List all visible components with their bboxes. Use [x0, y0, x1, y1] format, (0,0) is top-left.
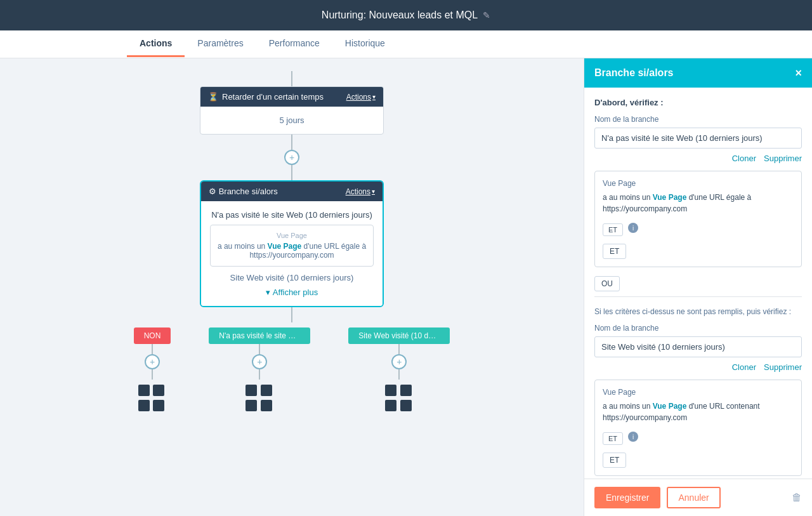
branch2-et-tag[interactable]: ET [603, 432, 623, 445]
branch-title-left: ⚙ Branche si/alors [209, 187, 278, 196]
tab-actions[interactable]: Actions [127, 31, 185, 57]
branch2-et-add-btn[interactable]: ET [603, 453, 626, 468]
branch2-header-label: Si les critères ci-dessus ne sont pas re… [594, 307, 802, 316]
flow-container: ⏳ Retarder d'un certain temps Actions ▾ … [0, 71, 584, 413]
end-dot-9 [385, 385, 396, 396]
sc4 [259, 369, 260, 380]
page-title: Nurturing: Nouveaux leads et MQL [322, 10, 478, 21]
sc1 [152, 344, 153, 354]
branch2-delete-btn[interactable]: Supprimer [764, 362, 802, 372]
delay-icon: ⏳ [208, 92, 218, 102]
save-button[interactable]: Enregistrer [594, 487, 660, 508]
branch1-condition-card: Vue Page a au moins un Vue Page d'une UR… [594, 171, 802, 267]
branch1-clone-btn[interactable]: Cloner [732, 154, 756, 163]
branch2-section: Si les critères ci-dessus ne sont pas re… [594, 296, 802, 479]
branch1-info-icon[interactable]: i [628, 223, 638, 233]
branch-chevron-icon: ▾ [372, 188, 375, 195]
end-dot-10 [400, 385, 412, 396]
end-node-visited [385, 385, 413, 413]
branch2-name-label: Nom de la branche [594, 324, 802, 333]
tab-parametres[interactable]: Paramètres [185, 31, 256, 57]
add-step-not-visited[interactable]: + [252, 354, 267, 369]
panel-header: Branche si/alors × [584, 58, 812, 88]
branch1-ou-btn[interactable]: OU [594, 276, 620, 291]
connector-2 [291, 165, 292, 180]
delay-node-header: ⏳ Retarder d'un certain temps Actions ▾ [200, 87, 383, 107]
branch-tag-visited: Site Web visité (10 der... [348, 327, 450, 344]
trash-icon[interactable]: 🗑 [792, 492, 802, 503]
branch-col-not-visited: N'a pas visité le site We... + [209, 327, 310, 413]
end-dot-1 [138, 385, 150, 396]
branch2-name-input[interactable] [594, 336, 802, 357]
end-dot-8 [261, 400, 272, 411]
branch2-info-icon[interactable]: i [628, 432, 638, 442]
branch2-vue-page-link[interactable]: Vue Page [653, 402, 687, 411]
tab-historique[interactable]: Historique [332, 31, 398, 57]
branch-condition1-title: N'a pas visité le site Web (10 derniers … [210, 210, 374, 220]
chevron-down-icon: ▾ [372, 93, 376, 100]
branch2-condition-title: Vue Page [603, 388, 794, 397]
branch2-condition-text: a au moins un Vue Page d'une URL contena… [603, 400, 794, 423]
branch-tag-not-visited: N'a pas visité le site We... [209, 327, 310, 344]
end-dot-3 [138, 400, 150, 411]
add-step-non[interactable]: + [145, 354, 160, 369]
branch2-clone-btn[interactable]: Cloner [732, 362, 756, 372]
canvas: ⏳ Retarder d'un certain temps Actions ▾ … [0, 58, 584, 516]
delay-node: ⏳ Retarder d'un certain temps Actions ▾ … [200, 86, 384, 135]
branch-col-visited: Site Web visité (10 der... + [348, 327, 450, 413]
end-dot-6 [261, 385, 272, 396]
panel-check-label: D'abord, vérifiez : [594, 98, 802, 107]
branch2-link-row: Cloner Supprimer [594, 362, 802, 372]
edit-title-icon[interactable]: ✎ [483, 10, 490, 20]
branch-splits: NON + N'a pas visité le site We... [0, 327, 584, 413]
delay-node-title: Retarder d'un certain temps [222, 92, 324, 102]
branch-condition-box: Vue Page a au moins un Vue Page d'une UR… [210, 225, 374, 267]
connector-top [291, 71, 292, 86]
branch-node: ⚙ Branche si/alors Actions ▾ N'a pas vis… [200, 180, 384, 307]
branch1-name-input[interactable] [594, 128, 802, 149]
branch1-name-label: Nom de la branche [594, 115, 802, 124]
branch1-et-tag[interactable]: ET [603, 223, 623, 236]
sc5 [398, 344, 400, 354]
branch1-et-add-btn[interactable]: ET [603, 244, 626, 259]
connector-3 [291, 307, 292, 322]
delay-actions-link[interactable]: Actions ▾ [346, 93, 376, 102]
delay-node-body: 5 jours [200, 107, 383, 134]
close-icon[interactable]: × [795, 67, 802, 79]
nav-tabs: Actions Paramètres Performance Historiqu… [0, 30, 812, 58]
branch-icon: ⚙ [209, 187, 216, 196]
end-dot-12 [400, 400, 412, 411]
branch1-vue-page-link[interactable]: Vue Page [653, 193, 687, 202]
end-node-non [138, 385, 166, 413]
branch-tag-non: NON [134, 327, 171, 344]
add-step-1[interactable]: + [284, 150, 299, 165]
branch1-link-row: Cloner Supprimer [594, 154, 802, 163]
add-step-visited[interactable]: + [391, 354, 407, 369]
tab-performance[interactable]: Performance [256, 31, 332, 57]
branch-condition2-title: Site Web visité (10 derniers jours) [210, 273, 374, 282]
end-dot-5 [246, 385, 257, 396]
main-layout: ⏳ Retarder d'un certain temps Actions ▾ … [0, 58, 812, 516]
sc3 [259, 344, 260, 354]
end-dot-2 [153, 385, 164, 396]
sc2 [152, 369, 153, 380]
branch1-delete-btn[interactable]: Supprimer [764, 154, 802, 163]
panel-footer: Enregistrer Annuler 🗑 [584, 479, 812, 516]
show-more-btn[interactable]: ▾ Afficher plus [210, 288, 374, 297]
condition-box-label: Vue Page [217, 232, 367, 239]
delay-node-title-left: ⏳ Retarder d'un certain temps [208, 92, 324, 102]
branch-node-header: ⚙ Branche si/alors Actions ▾ [201, 182, 383, 201]
branch1-condition-text: a au moins un Vue Page d'une URL égale à… [603, 192, 794, 215]
condition-box-text: a au moins un Vue Page d'une URL égale à… [217, 242, 367, 260]
branch1-condition-title: Vue Page [603, 179, 794, 188]
cancel-button[interactable]: Annuler [667, 487, 720, 508]
end-dot-11 [385, 400, 396, 411]
condition-vue-page-link[interactable]: Vue Page [268, 242, 302, 251]
end-node-not-visited [246, 385, 273, 413]
branch-actions-link[interactable]: Actions ▾ [346, 187, 375, 196]
right-panel: Branche si/alors × D'abord, vérifiez : N… [584, 58, 812, 516]
sc6 [398, 369, 400, 380]
end-dot-4 [153, 400, 164, 411]
end-dot-7 [246, 400, 257, 411]
footer-left: Enregistrer Annuler [594, 487, 721, 508]
